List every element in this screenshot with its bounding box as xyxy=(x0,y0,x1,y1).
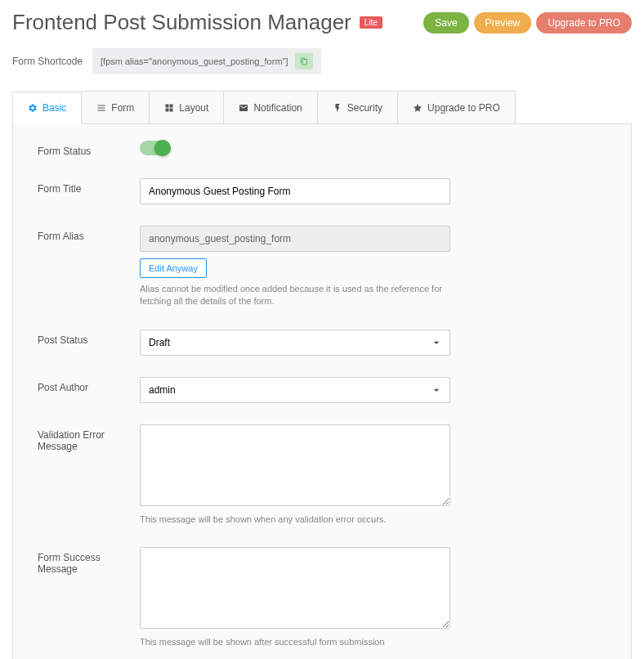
tab-label: Security xyxy=(347,102,382,114)
tab-label: Basic xyxy=(42,102,66,114)
row-form-title: Form Title xyxy=(38,178,606,204)
success-message-textarea[interactable] xyxy=(140,547,450,629)
tab-upgrade[interactable]: Upgrade to PRO xyxy=(397,91,516,123)
bolt-icon xyxy=(333,103,342,113)
page-header: Frontend Post Submission Manager Lite Sa… xyxy=(0,0,644,42)
star-icon xyxy=(413,103,423,113)
label-validation-error: Validation Error Message xyxy=(38,424,140,452)
row-validation-error: Validation Error Message This message wi… xyxy=(38,424,606,526)
label-form-title: Form Title xyxy=(38,178,140,195)
label-form-status: Form Status xyxy=(38,141,140,157)
label-success-message: Form Success Message xyxy=(38,547,140,575)
form-alias-input xyxy=(140,226,450,252)
label-post-author: Post Author xyxy=(38,377,140,393)
post-status-select[interactable]: Draft xyxy=(140,330,450,356)
form-title-input[interactable] xyxy=(140,178,450,204)
row-form-status: Form Status xyxy=(38,141,606,157)
tab-basic[interactable]: Basic xyxy=(12,92,82,124)
edit-anyway-button[interactable]: Edit Anyway xyxy=(140,258,207,278)
lite-badge: Lite xyxy=(360,16,382,29)
label-form-alias: Form Alias xyxy=(38,226,140,242)
success-help-text: This message will be shown after success… xyxy=(140,636,450,648)
preview-button[interactable]: Preview xyxy=(474,12,532,34)
tab-security[interactable]: Security xyxy=(317,91,398,123)
shortcode-value: [fpsm alias="anonymous_guest_posting_for… xyxy=(101,56,288,66)
post-author-select[interactable]: admin xyxy=(140,377,450,403)
layout-icon xyxy=(164,103,174,113)
gear-icon xyxy=(28,103,38,113)
header-buttons: Save Preview Upgrade to PRO xyxy=(423,12,632,34)
shortcode-box: [fpsm alias="anonymous_guest_posting_for… xyxy=(92,48,320,74)
copy-icon[interactable] xyxy=(295,53,313,69)
validation-error-textarea[interactable] xyxy=(140,424,450,506)
upgrade-button[interactable]: Upgrade to PRO xyxy=(536,12,632,34)
row-form-alias: Form Alias Edit Anyway Alias cannot be m… xyxy=(38,226,606,308)
form-icon xyxy=(96,103,106,113)
tab-label: Layout xyxy=(179,102,208,114)
tab-notification[interactable]: Notification xyxy=(223,91,317,123)
tab-label: Notification xyxy=(253,102,302,114)
tabs: Basic Form Layout Notification Security … xyxy=(12,91,632,124)
shortcode-label: Form Shortcode xyxy=(12,56,83,67)
page-title: Frontend Post Submission Manager xyxy=(12,10,351,35)
row-post-status: Post Status Draft xyxy=(38,330,606,356)
tab-layout[interactable]: Layout xyxy=(149,91,224,123)
form-status-toggle[interactable] xyxy=(140,141,169,155)
save-button[interactable]: Save xyxy=(423,12,468,34)
shortcode-row: Form Shortcode [fpsm alias="anonymous_gu… xyxy=(0,42,644,91)
tab-label: Form xyxy=(111,102,134,114)
validation-help-text: This message will be shown when any vali… xyxy=(140,513,450,526)
row-success-message: Form Success Message This message will b… xyxy=(38,547,606,648)
form-body: Form Status Form Title Form Alias Edit A… xyxy=(12,124,632,659)
tab-label: Upgrade to PRO xyxy=(427,102,500,114)
row-post-author: Post Author admin xyxy=(38,377,606,403)
tab-form[interactable]: Form xyxy=(81,91,150,123)
alias-help-text: Alias cannot be modified once added beca… xyxy=(140,283,450,308)
label-post-status: Post Status xyxy=(38,330,140,346)
mail-icon xyxy=(239,103,248,113)
